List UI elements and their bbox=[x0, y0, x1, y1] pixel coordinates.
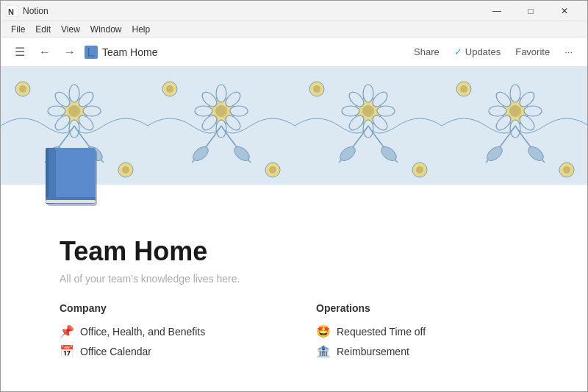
toolbar: ☰ ← → Team Home Share ✓ Updates Favorite bbox=[1, 38, 587, 67]
office-calendar-icon: 📅 bbox=[60, 344, 74, 358]
minimize-button[interactable]: — bbox=[480, 1, 514, 21]
office-calendar-label: Office Calendar bbox=[80, 346, 151, 357]
favorite-button[interactable]: Favorite bbox=[509, 43, 556, 60]
time-off-label: Requested Time off bbox=[337, 326, 426, 338]
checkmark-icon: ✓ bbox=[454, 46, 462, 57]
company-column: Company 📌 Office, Health, and Benefits 📅… bbox=[60, 302, 272, 361]
time-off-icon: 🤩 bbox=[316, 324, 331, 338]
book-cover-icon bbox=[41, 144, 107, 210]
share-label: Share bbox=[414, 46, 440, 57]
hamburger-icon: ☰ bbox=[15, 45, 25, 59]
app-title: Notion bbox=[23, 6, 49, 16]
list-item[interactable]: 📅 Office Calendar bbox=[60, 341, 272, 361]
favorite-label: Favorite bbox=[515, 46, 550, 57]
office-health-icon: 📌 bbox=[60, 324, 74, 338]
toolbar-page-title: Team Home bbox=[102, 46, 157, 58]
company-column-title: Company bbox=[60, 302, 272, 314]
page-subtitle: All of your team's knowledge lives here. bbox=[60, 273, 528, 285]
svg-text:N: N bbox=[8, 7, 14, 16]
page-body: Team Home All of your team's knowledge l… bbox=[1, 185, 587, 376]
menu-edit[interactable]: Edit bbox=[31, 23, 55, 36]
operations-column: Operations 🤩 Requested Time off 🏦 Reimbu… bbox=[316, 302, 528, 361]
share-button[interactable]: Share bbox=[408, 43, 445, 60]
page-title: Team Home bbox=[60, 236, 528, 267]
notion-logo-icon: N bbox=[7, 5, 18, 17]
title-bar-left: N Notion bbox=[7, 5, 49, 17]
operations-column-title: Operations bbox=[316, 302, 528, 314]
list-item[interactable]: 📌 Office, Health, and Benefits bbox=[60, 321, 272, 341]
book-small-icon bbox=[86, 47, 96, 57]
menu-help[interactable]: Help bbox=[128, 23, 155, 36]
forward-icon: → bbox=[64, 46, 76, 59]
window-controls: — □ ✕ bbox=[480, 1, 581, 21]
maximize-button[interactable]: □ bbox=[514, 1, 548, 21]
columns-container: Company 📌 Office, Health, and Benefits 📅… bbox=[60, 302, 528, 361]
back-icon: ← bbox=[39, 46, 51, 59]
list-item[interactable]: 🤩 Requested Time off bbox=[316, 321, 528, 341]
more-button[interactable]: ··· bbox=[559, 43, 578, 60]
page-book-icon bbox=[41, 144, 107, 210]
close-button[interactable]: ✕ bbox=[548, 1, 581, 21]
svg-rect-4 bbox=[88, 48, 90, 57]
reimbursement-label: Reimbursement bbox=[337, 346, 409, 357]
page-icon bbox=[85, 46, 98, 59]
updates-button[interactable]: ✓ Updates bbox=[448, 43, 506, 60]
svg-rect-26 bbox=[46, 148, 49, 204]
updates-label: Updates bbox=[465, 46, 501, 57]
more-icon: ··· bbox=[564, 46, 573, 57]
menu-view[interactable]: View bbox=[57, 23, 85, 36]
list-item[interactable]: 🏦 Reimbursement bbox=[316, 341, 528, 361]
menu-window[interactable]: Window bbox=[86, 23, 126, 36]
page-content: Team Home All of your team's knowledge l… bbox=[1, 185, 587, 376]
office-health-label: Office, Health, and Benefits bbox=[80, 326, 205, 338]
toolbar-right: Share ✓ Updates Favorite ··· bbox=[408, 43, 578, 60]
menu-bar: File Edit View Window Help bbox=[1, 21, 587, 38]
sidebar-toggle-button[interactable]: ☰ bbox=[10, 42, 30, 63]
toolbar-left: ☰ ← → Team Home bbox=[10, 42, 402, 63]
menu-file[interactable]: File bbox=[7, 23, 29, 36]
forward-button[interactable]: → bbox=[60, 42, 80, 63]
svg-rect-28 bbox=[46, 200, 96, 203]
back-button[interactable]: ← bbox=[35, 42, 55, 63]
title-bar: N Notion — □ ✕ bbox=[1, 1, 587, 21]
reimbursement-icon: 🏦 bbox=[316, 344, 331, 358]
